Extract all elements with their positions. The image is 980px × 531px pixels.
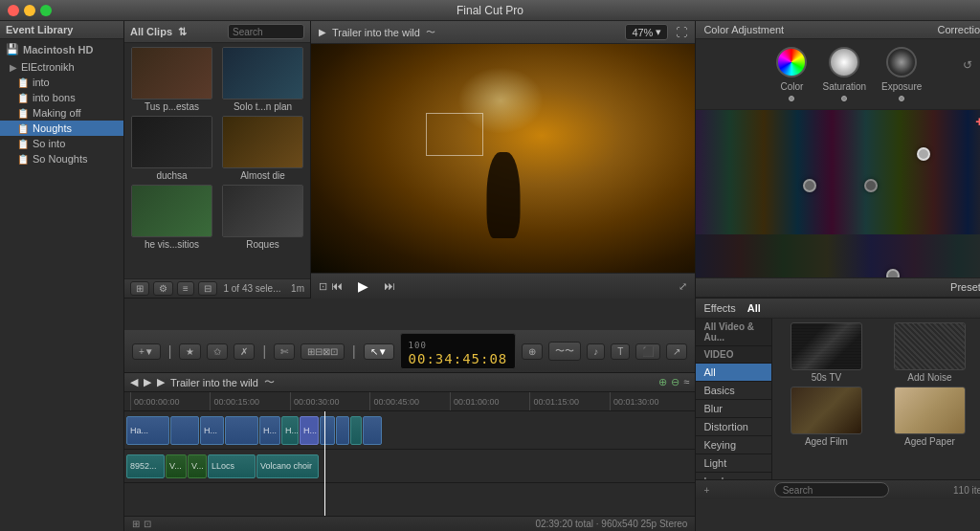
zoom-out-btn[interactable]: ⊖ — [671, 376, 679, 388]
clip-volcano[interactable]: Volcano choir — [256, 454, 319, 478]
master-control[interactable] — [886, 269, 900, 277]
sidebar-item-so-noughts[interactable]: 📋 So Noughts — [0, 151, 123, 166]
add-control-icon[interactable]: + — [975, 114, 980, 129]
clip-selected[interactable]: H... — [300, 416, 319, 445]
sort-icon[interactable]: ⇅ — [178, 26, 187, 38]
clip-item[interactable]: Almost die — [219, 116, 306, 181]
clip-item[interactable]: Roques — [219, 185, 306, 250]
sidebar-item-making-off[interactable]: 📋 Making off — [0, 105, 123, 121]
highlight-control[interactable] — [917, 147, 930, 161]
effects-count: 110 items — [953, 485, 980, 496]
play-button[interactable]: ▶ — [354, 277, 372, 296]
clip-h5[interactable]: H... — [281, 416, 299, 445]
sidebar-item-electronikh[interactable]: ▶ ElEctronikh — [0, 59, 123, 75]
maximize-button[interactable] — [40, 5, 52, 16]
close-button[interactable] — [8, 5, 19, 16]
grid-view-btn[interactable]: ⊞ — [130, 281, 149, 296]
clip-h2[interactable]: H... — [200, 416, 224, 445]
clip-b[interactable] — [170, 416, 199, 445]
effects-cat-distortion[interactable]: Distortion — [696, 418, 771, 436]
midtone-control[interactable] — [864, 179, 878, 192]
effect-aged-film[interactable]: Aged Film — [776, 387, 876, 447]
effect-aged-paper[interactable]: Aged Paper — [880, 387, 979, 447]
color-adj-title: Color Adjustment — [703, 24, 784, 35]
rewind-button[interactable]: ⏮ — [327, 277, 346, 295]
zoom-control[interactable]: 47% ▾ — [625, 24, 668, 40]
shadow-control[interactable] — [803, 179, 816, 192]
clip-item[interactable]: he vis...sitios — [128, 185, 215, 250]
clip-h7[interactable] — [336, 416, 349, 445]
clip-v2[interactable]: V... — [188, 454, 207, 478]
zoom-in-btn[interactable]: ⊕ — [658, 376, 667, 388]
folder-icon: 📋 — [17, 77, 29, 88]
effects-add-icon[interactable]: + — [703, 485, 709, 496]
crop-icon[interactable]: ⊡ — [319, 280, 327, 293]
generator-btn[interactable]: ⬛ — [635, 343, 660, 360]
sidebar-item-into-bons[interactable]: 📋 into bons — [0, 90, 123, 105]
timeline-footer-icon[interactable]: ⊞ — [132, 519, 140, 529]
transform-group[interactable]: ⊞⊟⊠⊡ — [301, 343, 345, 360]
effects-tab-all[interactable]: All — [744, 301, 765, 315]
clip-thumbnail — [222, 47, 303, 100]
color-tool-saturation[interactable]: Saturation — [822, 47, 866, 101]
sidebar-item-noughts[interactable]: 📋 Noughts — [0, 121, 123, 136]
add-clip-btn[interactable]: +▼ — [132, 343, 161, 360]
half-star-btn[interactable]: ✩ — [207, 343, 228, 360]
select-tool[interactable]: ↖▼ — [364, 343, 394, 360]
clip-item[interactable]: Solo t...n plan — [219, 47, 306, 112]
minimize-button[interactable] — [24, 5, 35, 16]
effect-add-noise[interactable]: Add Noise — [880, 322, 979, 383]
effects-grid: 50s TV Add Noise Aged Film Aged Pap — [772, 319, 980, 479]
presets-button[interactable]: Presets ▾ — [950, 281, 980, 294]
list-view-btn[interactable]: ≡ — [177, 281, 194, 296]
clip-thumb-image — [132, 186, 212, 236]
detail-view-btn[interactable]: ⊟ — [198, 281, 217, 296]
effects-cat-keying[interactable]: Keying — [696, 436, 771, 454]
sidebar-drive-item[interactable]: 💾 Macintosh HD — [0, 39, 123, 59]
clip-t[interactable] — [350, 416, 362, 445]
clip-v1[interactable]: V... — [166, 454, 187, 478]
sidebar-item-so-into[interactable]: 📋 So into — [0, 136, 123, 151]
timeline-footer-icon2[interactable]: ⊡ — [144, 519, 151, 529]
preview-header: ▶ Trailer into the wild 〜 47% ▾ ⛶ — [311, 21, 695, 44]
waveform-btn[interactable]: 〜〜 — [548, 342, 581, 361]
transport-controls: ⏮ ▶ ⏭ — [327, 277, 399, 296]
reset-icon[interactable]: ↺ — [963, 58, 972, 72]
window-controls[interactable] — [8, 5, 52, 16]
clip-h6[interactable] — [320, 416, 335, 445]
effects-search-input[interactable] — [774, 482, 889, 498]
audio-toggle[interactable]: ≈ — [683, 376, 689, 388]
clip-h4[interactable]: H... — [259, 416, 280, 445]
blade-btn[interactable]: ✄ — [274, 343, 295, 360]
effect-50s-tv[interactable]: 50s TV — [776, 322, 876, 383]
clip-end[interactable] — [363, 416, 382, 445]
clip-item[interactable]: duchsa — [128, 116, 215, 181]
clip-item[interactable]: Tus p...estas — [128, 47, 215, 112]
forward-button[interactable]: ⏭ — [380, 277, 399, 295]
color-tool-exposure[interactable]: Exposure — [881, 47, 922, 101]
timeline-back-btn[interactable]: ◀ — [130, 376, 138, 388]
effect-thumb-aged — [791, 387, 862, 434]
clip-llocs[interactable]: LLocs — [208, 454, 256, 478]
settings-btn[interactable]: ⚙ — [153, 281, 173, 296]
clips-search-input[interactable] — [228, 24, 304, 39]
audio-btn[interactable]: ♪ — [587, 343, 605, 360]
zoom-to-fit[interactable]: ⊕ — [522, 343, 543, 360]
effects-cat-basics[interactable]: Basics — [696, 382, 771, 400]
clip-h3[interactable] — [225, 416, 258, 445]
title-btn[interactable]: T — [611, 343, 630, 360]
timeline-play-btn[interactable]: ▶ — [144, 376, 151, 388]
effects-cat-light[interactable]: Light — [696, 454, 771, 473]
clip-8952[interactable]: 8952... — [126, 454, 165, 478]
reject-btn[interactable]: ✗ — [234, 343, 255, 360]
effects-cat-blur[interactable]: Blur — [696, 400, 771, 418]
color-tool-color[interactable]: Color — [776, 47, 807, 101]
effects-cat-all[interactable]: All — [696, 364, 771, 382]
clip-ha[interactable]: Ha... — [126, 416, 169, 445]
fullscreen-button[interactable]: ⤢ — [679, 280, 687, 293]
star-btn[interactable]: ★ — [179, 343, 201, 360]
fullscreen-icon[interactable]: ⛶ — [676, 26, 687, 39]
effects-cat-looks[interactable]: Looks — [696, 473, 771, 479]
share-btn[interactable]: ↗ — [666, 343, 687, 360]
sidebar-item-into[interactable]: 📋 into — [0, 75, 123, 90]
